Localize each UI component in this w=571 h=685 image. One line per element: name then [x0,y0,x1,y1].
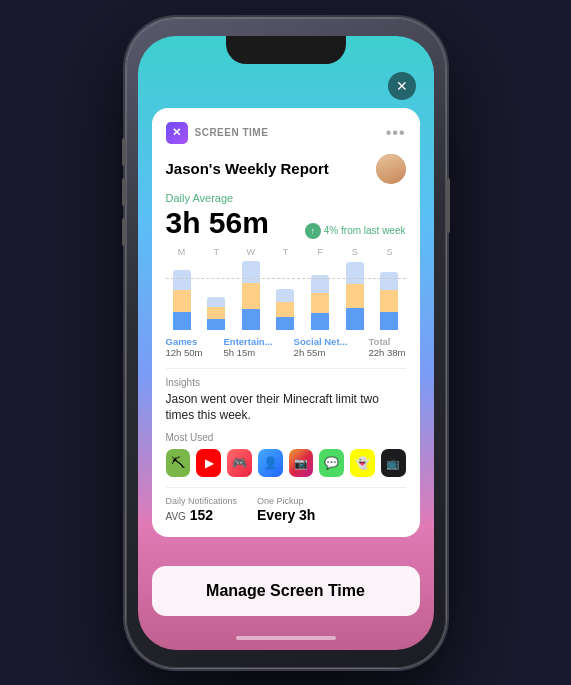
volume-up-button[interactable] [122,138,126,166]
bar-wednesday [237,260,265,330]
legend-social-value: 2h 55m [294,347,348,358]
day-s2: S [375,247,403,257]
change-badge: ↑ 4% from last week [305,223,406,239]
notifications-label: Daily Notifications [166,496,238,506]
insights-section: Insights Jason went over their Minecraft… [166,377,406,425]
screen-time-app-icon: ✕ [166,122,188,144]
avatar-image [376,154,406,184]
dashed-line [166,278,406,279]
daily-average-section: Daily Average 3h 56m ↑ 4% from last week [166,192,406,239]
stats-row: Daily Notifications AVG 152 One Pickup E… [166,496,406,523]
manage-btn-area: Manage Screen Time [152,566,420,616]
app-icons-row: ⛏ ▶ 🎮 👤 📷 [166,449,406,477]
chart-legend: Games 12h 50m Entertain... 5h 15m Social… [166,336,406,358]
bar-monday [168,260,196,330]
pickup-value: Every 3h [257,507,315,523]
close-icon: ✕ [396,79,408,93]
trend-up-icon: ↑ [305,223,321,239]
divider-1 [166,368,406,369]
notifications-value: AVG 152 [166,507,238,523]
bar-thursday [271,260,299,330]
avg-prefix: AVG [166,511,186,522]
legend-social: Social Net... 2h 55m [294,336,348,358]
legend-total-value: 22h 38m [368,347,405,358]
phone-frame: ✕ ✕ SCREEN TIME ••• Jason's Weekly Repor… [126,18,446,668]
day-labels-row: M T W T F S S [166,247,406,257]
notifications-stat: Daily Notifications AVG 152 [166,496,238,523]
legend-games-value: 12h 50m [166,347,203,358]
day-f: F [306,247,334,257]
insights-label: Insights [166,377,406,388]
pickup-stat: One Pickup Every 3h [257,496,315,523]
bar-tuesday [202,260,230,330]
app-icon-label: ✕ [172,126,181,139]
bar-chart [166,260,406,330]
insights-text: Jason went over their Minecraft limit tw… [166,391,406,425]
day-m: M [168,247,196,257]
legend-games: Games 12h 50m [166,336,203,358]
day-t2: T [271,247,299,257]
app-icon-tv[interactable]: 📺 [381,449,406,477]
home-indicator[interactable] [236,636,336,640]
pickup-label: One Pickup [257,496,315,506]
legend-total-label: Total [368,336,405,347]
screen-time-card: ✕ SCREEN TIME ••• Jason's Weekly Report … [152,108,420,538]
notifications-number: 152 [190,507,213,523]
day-t1: T [202,247,230,257]
bar-sunday [375,260,403,330]
phone-screen: ✕ ✕ SCREEN TIME ••• Jason's Weekly Repor… [138,36,434,650]
daily-avg-label: Daily Average [166,192,406,204]
app-icon-messages[interactable]: 💬 [319,449,344,477]
legend-games-label: Games [166,336,203,347]
change-text: 4% from last week [324,225,406,236]
card-header: ✕ SCREEN TIME ••• [166,122,406,144]
bar-saturday [341,260,369,330]
report-title: Jason's Weekly Report [166,160,329,177]
legend-entertainment-value: 5h 15m [224,347,273,358]
notch [226,36,346,64]
most-used-section: Most Used ⛏ ▶ 🎮 👤 [166,432,406,477]
report-title-row: Jason's Weekly Report [166,154,406,184]
app-icon-youtube[interactable]: ▶ [196,449,221,477]
bar-friday [306,260,334,330]
day-w: W [237,247,265,257]
close-button[interactable]: ✕ [388,72,416,100]
app-icon-avatar[interactable]: 👤 [258,449,283,477]
legend-social-label: Social Net... [294,336,348,347]
app-icon-minecraft[interactable]: ⛏ [166,449,191,477]
avatar [376,154,406,184]
manage-screen-time-button[interactable]: Manage Screen Time [152,566,420,616]
volume-down-button[interactable] [122,178,126,206]
legend-total: Total 22h 38m [368,336,405,358]
divider-2 [166,487,406,488]
legend-entertainment-label: Entertain... [224,336,273,347]
legend-entertainment: Entertain... 5h 15m [224,336,273,358]
app-icon-instagram[interactable]: 📷 [289,449,314,477]
app-icon-game[interactable]: 🎮 [227,449,252,477]
app-icon-snapchat[interactable]: 👻 [350,449,375,477]
silent-switch[interactable] [122,218,126,246]
app-title-row: ✕ SCREEN TIME [166,122,269,144]
most-used-label: Most Used [166,432,406,443]
more-options-button[interactable]: ••• [386,124,406,142]
daily-avg-value: 3h 56m [166,206,269,239]
day-s1: S [341,247,369,257]
app-name-label: SCREEN TIME [195,127,269,138]
power-button[interactable] [446,178,450,233]
